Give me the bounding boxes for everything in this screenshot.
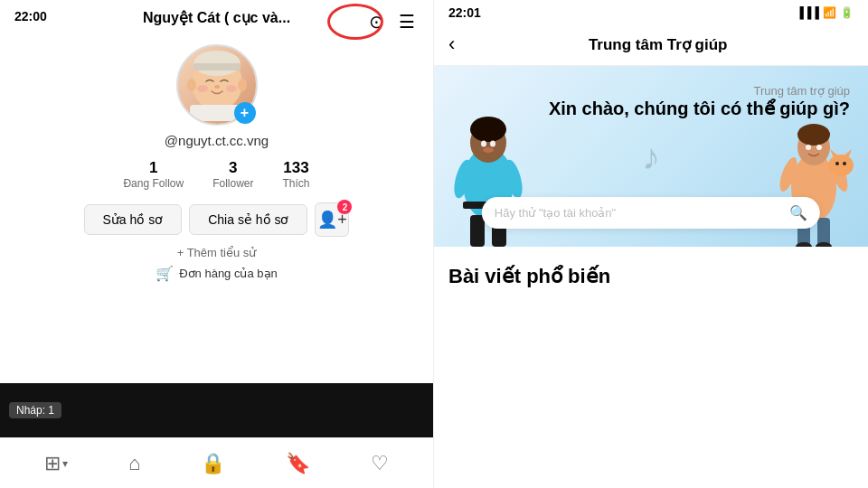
- add-photo-button[interactable]: +: [234, 102, 256, 124]
- follower-count: 3: [229, 159, 237, 177]
- right-header: ‹ Trung tâm Trợ giúp: [434, 23, 868, 66]
- left-header: 22:00 Nguyệt Cát ( cục và... ⊙ ☰: [0, 0, 433, 35]
- bottom-nav: ⊞ ▾ ⌂ 🔒 🔖 ♡: [0, 437, 433, 488]
- nav-bookmark-button[interactable]: 🔖: [286, 452, 310, 475]
- search-bar-container[interactable]: Hãy thử "tạo tài khoản" 🔍: [482, 197, 820, 229]
- home-icon: ⌂: [128, 452, 140, 475]
- svg-point-3: [214, 85, 220, 89]
- hero-bg: ♪ Trung tâm trợ giúp Xin chào, chúng tôi…: [434, 66, 868, 247]
- svg-point-12: [481, 141, 486, 147]
- profile-title: Nguyệt Cát ( cục và...: [14, 9, 419, 26]
- heart-icon: ♡: [371, 452, 389, 475]
- popular-title: Bài viết phổ biến: [448, 265, 610, 287]
- following-count: 1: [149, 159, 157, 177]
- search-placeholder-text: Hãy thử "tạo tài khoản": [495, 206, 789, 220]
- edit-profile-button[interactable]: Sửa hồ sơ: [84, 204, 183, 235]
- svg-point-11: [470, 117, 506, 142]
- order-label: Đơn hàng của bạn: [179, 267, 278, 280]
- nav-grid-button[interactable]: ⊞ ▾: [44, 452, 68, 475]
- left-panel: 22:00 Nguyệt Cát ( cục và... ⊙ ☰: [0, 0, 434, 488]
- svg-point-31: [843, 162, 846, 165]
- nav-heart-button[interactable]: ♡: [371, 452, 389, 475]
- add-friend-button[interactable]: 👤+ 2: [315, 202, 349, 237]
- svg-point-23: [806, 145, 811, 150]
- likes-count: 133: [283, 159, 308, 177]
- svg-point-4: [197, 85, 208, 92]
- svg-point-22: [797, 124, 830, 145]
- nav-lock-button[interactable]: 🔒: [201, 452, 225, 475]
- follower-stat: 3 Follower: [212, 159, 253, 190]
- svg-point-30: [835, 162, 839, 165]
- following-stat: 1 Đang Follow: [123, 159, 184, 190]
- likes-label: Thích: [283, 177, 310, 190]
- menu-icon[interactable]: ☰: [395, 7, 419, 36]
- svg-marker-28: [830, 149, 839, 158]
- bookmark-icon: 🔖: [286, 452, 310, 475]
- profile-section: + @nguyt.ct.cc.vng 1 Đang Follow 3 Follo…: [0, 35, 433, 289]
- lenses-icon[interactable]: ⊙: [365, 7, 388, 36]
- dropdown-arrow-icon: ▾: [62, 457, 68, 470]
- friend-badge: 2: [337, 200, 352, 214]
- svg-point-14: [483, 147, 494, 153]
- header-icons: ⊙ ☰: [365, 7, 419, 36]
- likes-stat: 133 Thích: [283, 159, 310, 190]
- right-panel: 22:01 ▐▐▐ 📶 🔋 ‹ Trung tâm Trợ giúp: [434, 0, 868, 488]
- content-area: Nháp: 1: [0, 383, 433, 437]
- grid-icon: ⊞: [44, 452, 61, 475]
- username: @nguyt.ct.cc.vng: [165, 133, 269, 148]
- draft-label: Nháp: 1: [9, 402, 61, 418]
- cart-icon: 🛒: [156, 265, 174, 282]
- popular-section: Bài viết phổ biến: [434, 247, 868, 297]
- hero-section: ♪ Trung tâm trợ giúp Xin chào, chúng tôi…: [434, 66, 868, 247]
- svg-point-13: [490, 141, 495, 147]
- right-page-title: Trung tâm Trợ giúp: [462, 35, 854, 54]
- left-time: 22:00: [14, 9, 47, 23]
- nav-home-button[interactable]: ⌂: [128, 452, 140, 475]
- svg-point-7: [238, 79, 247, 91]
- add-bio-link[interactable]: + Thêm tiểu sử: [177, 246, 257, 259]
- action-buttons: Sửa hồ sơ Chia sẻ hồ sơ 👤+ 2: [84, 202, 350, 237]
- hero-text-overlay: Trung tâm trợ giúp Xin chào, chúng tôi c…: [549, 84, 850, 119]
- battery-icon: 🔋: [840, 6, 854, 19]
- status-icons: ▐▐▐ 📶 🔋: [796, 6, 854, 19]
- search-icon[interactable]: 🔍: [789, 204, 807, 221]
- svg-point-5: [226, 85, 237, 92]
- svg-point-6: [187, 79, 196, 91]
- order-row[interactable]: 🛒 Đơn hàng của bạn: [156, 265, 278, 282]
- svg-point-24: [816, 145, 822, 150]
- svg-marker-29: [843, 149, 852, 158]
- svg-rect-18: [470, 215, 485, 247]
- back-button[interactable]: ‹: [448, 33, 455, 56]
- right-status-bar: 22:01 ▐▐▐ 📶 🔋: [434, 0, 868, 23]
- stats-row: 1 Đang Follow 3 Follower 133 Thích: [123, 159, 309, 190]
- avatar-wrapper: +: [176, 44, 258, 126]
- lock-icon: 🔒: [201, 452, 225, 475]
- wifi-icon: 📶: [823, 6, 836, 19]
- follower-label: Follower: [212, 177, 253, 190]
- svg-point-27: [828, 155, 854, 176]
- hero-subtitle: Trung tâm trợ giúp: [549, 84, 850, 98]
- tiktok-logo-watermark: ♪: [642, 136, 660, 177]
- following-label: Đang Follow: [123, 177, 184, 190]
- hero-main-title: Xin chào, chúng tôi có thể giúp gì?: [549, 98, 850, 119]
- right-time: 22:01: [448, 5, 481, 20]
- share-profile-button[interactable]: Chia sẻ hồ sơ: [189, 204, 307, 235]
- signal-icon: ▐▐▐: [796, 6, 819, 19]
- svg-rect-2: [193, 63, 241, 70]
